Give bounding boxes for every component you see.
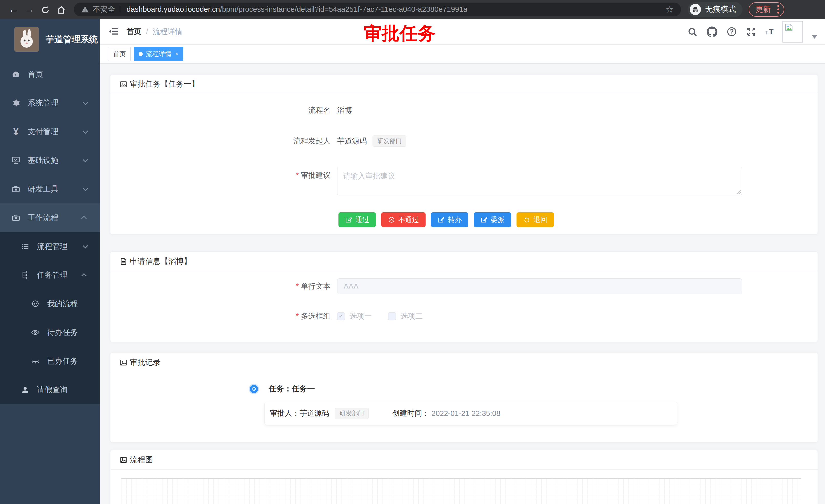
breadcrumb-separator: / [146, 27, 148, 36]
approval-record-card: 审批记录 任务：任务一 审批人： 芋道源码 研发部门 创建时间： 202 [110, 353, 818, 442]
sidebar-item-my-process[interactable]: 我的流程 [0, 289, 100, 318]
sidebar-item-label: 任务管理 [37, 270, 68, 280]
created-time: 2022-01-21 22:35:08 [432, 409, 500, 418]
sidebar-item-home[interactable]: 首页 [0, 60, 100, 89]
approve-button[interactable]: 通过 [339, 212, 376, 227]
page-content: 审批任务【任务一】 流程名 滔博 流程发起人 芋道源码 研发部门 [100, 64, 825, 504]
required-asterisk: * [296, 171, 299, 179]
initiator-label: 流程发起人 [110, 136, 337, 146]
sidebar-item-leave-query[interactable]: 请假查询 [0, 375, 100, 404]
transfer-button[interactable]: 转办 [431, 212, 468, 227]
card-header: 审批任务【任务一】 [110, 75, 818, 94]
tab-label: 流程详情 [146, 50, 171, 58]
sidebar-item-label: 请假查询 [37, 385, 68, 395]
tree-icon [20, 270, 30, 280]
browser-update-button[interactable]: 更新 [749, 2, 784, 17]
app-logo-row[interactable]: 芋道管理系统 [0, 19, 100, 60]
breadcrumb: 首页 / 流程详情 [127, 27, 182, 37]
suggestion-label: *审批建议 [110, 167, 337, 180]
task-title: 任务：任务一 [269, 384, 315, 394]
navbar-actions: TT [687, 21, 825, 43]
sidebar-item-done-tasks[interactable]: 已办任务 [0, 347, 100, 375]
fullscreen-icon[interactable] [746, 26, 757, 37]
checkbox-option2 [388, 313, 396, 320]
breadcrumb-current: 流程详情 [153, 27, 182, 37]
request-info-card: 申请信息【滔博】 *单行文本 *多选框组 ✓ 选项一 [110, 251, 818, 342]
single-line-row: *单行文本 [110, 278, 818, 294]
browser-menu-icon[interactable] [775, 5, 781, 14]
top-navbar: 首页 / 流程详情 审批任务 TT [100, 19, 825, 45]
browser-refresh-icon[interactable] [38, 4, 53, 15]
eye-closed-icon [30, 356, 41, 366]
sidebar-item-label: 流程管理 [37, 241, 68, 252]
required-asterisk: * [296, 312, 299, 320]
annotation-text: 审批任务 [364, 21, 436, 46]
record-detail-card: 审批人： 芋道源码 研发部门 创建时间： 2022-01-21 22:35:08 [265, 402, 677, 425]
button-label: 不通过 [398, 215, 419, 224]
return-button[interactable]: 退回 [517, 212, 554, 227]
sidebar-collapse-icon[interactable] [100, 26, 127, 37]
dashboard-icon [11, 69, 21, 79]
security-warning[interactable]: 不安全 [81, 4, 115, 15]
sidebar-item-devtools[interactable]: 研发工具 [0, 175, 100, 203]
initiator-value: 芋道源码 [337, 136, 367, 146]
timeline-item: 任务：任务一 [250, 384, 818, 394]
close-icon[interactable]: × [175, 51, 178, 57]
help-icon[interactable] [726, 26, 737, 37]
process-name-label: 流程名 [110, 105, 337, 115]
initiator-row: 流程发起人 芋道源码 研发部门 [110, 136, 818, 147]
gear-icon [11, 98, 21, 108]
font-size-icon[interactable]: TT [765, 27, 774, 36]
button-label: 委派 [491, 215, 505, 224]
briefcase-icon [11, 213, 21, 223]
avatar-dropdown-icon[interactable] [812, 35, 817, 39]
approver-dept-tag: 研发部门 [335, 408, 369, 419]
browser-toolbar: ← → 不安全 dashboard.yudao.iocoder.cn/bpm/p… [0, 0, 825, 19]
picture-icon [120, 456, 127, 464]
browser-forward-icon[interactable]: → [21, 4, 38, 15]
sidebar-item-label: 首页 [28, 69, 43, 80]
sidebar-item-todo-tasks[interactable]: 待办任务 [0, 318, 100, 347]
process-name-value: 滔博 [337, 105, 352, 115]
tags-view-bar: 首页 流程详情 × [100, 45, 825, 64]
github-icon[interactable] [706, 26, 718, 37]
url-path: /bpm/process-instance/detail?id=54aa251f… [220, 5, 467, 13]
bookmark-star-icon[interactable]: ☆ [666, 4, 674, 15]
search-icon[interactable] [687, 26, 698, 37]
reject-button[interactable]: 不通过 [381, 212, 426, 227]
chevron-down-icon [83, 100, 88, 105]
sidebar-item-label: 待办任务 [47, 327, 78, 338]
button-label: 通过 [355, 215, 369, 224]
face-icon [30, 299, 41, 309]
card-title: 审批任务【任务一】 [130, 79, 199, 89]
sidebar-item-task-mgmt[interactable]: 任务管理 [0, 261, 100, 289]
approver-label: 审批人： [270, 408, 300, 418]
card-header: 流程图 [110, 450, 818, 470]
update-label: 更新 [755, 4, 771, 15]
avatar[interactable] [782, 21, 803, 43]
resize-handle-icon[interactable] [736, 190, 741, 194]
sidebar-item-system[interactable]: 系统管理 [0, 89, 100, 117]
browser-back-icon[interactable]: ← [6, 4, 21, 15]
sidebar-item-process-mgmt[interactable]: 流程管理 [0, 232, 100, 261]
sidebar-item-workflow[interactable]: 工作流程 [0, 203, 100, 232]
breadcrumb-home[interactable]: 首页 [127, 27, 141, 37]
bpmn-canvas[interactable] [121, 478, 801, 504]
card-title: 流程图 [130, 454, 153, 465]
delegate-button[interactable]: 委派 [474, 212, 511, 227]
sidebar-item-label: 支付管理 [28, 127, 58, 137]
checkbox-group-label: *多选框组 [110, 311, 337, 321]
document-icon [120, 258, 127, 265]
sidebar-item-payment[interactable]: ¥ 支付管理 [0, 117, 100, 146]
browser-home-icon[interactable] [53, 4, 69, 15]
tab-home[interactable]: 首页 [108, 47, 131, 61]
checkbox-option1-label: 选项一 [350, 311, 372, 321]
yen-icon: ¥ [11, 127, 21, 137]
tab-process-detail[interactable]: 流程详情 × [134, 47, 183, 61]
checkbox-option2-label: 选项二 [400, 311, 423, 321]
sidebar-item-infra[interactable]: 基础设施 [0, 146, 100, 175]
suggestion-textarea[interactable] [337, 167, 742, 195]
address-bar[interactable]: 不安全 dashboard.yudao.iocoder.cn/bpm/proce… [74, 3, 681, 16]
sidebar: 芋道管理系统 首页 系统管理 ¥ 支付管理 基础设施 [0, 19, 100, 504]
initiator-dept-tag: 研发部门 [373, 136, 406, 147]
